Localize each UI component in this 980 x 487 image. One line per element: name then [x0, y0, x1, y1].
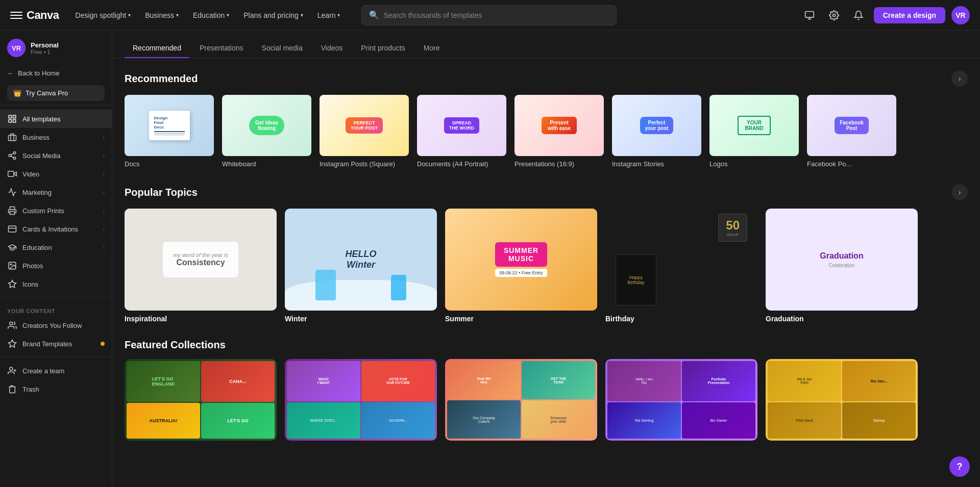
template-thumb-presentations: Presentwith ease — [514, 95, 604, 156]
featured-card-pitch[interactable]: Fib & JocPitch Rio Ster... Pitch Deck St… — [766, 359, 918, 445]
template-label-facebook: Facebook Po... — [807, 160, 896, 168]
chevron-icon: › — [103, 226, 105, 232]
template-thumb-instagram-stories: Perfectyour post — [612, 95, 701, 156]
tab-presentations[interactable]: Presentations — [191, 39, 252, 58]
try-canva-pro-button[interactable]: 👑 Try Canva Pro — [7, 85, 105, 101]
topic-card-winter[interactable]: HELLOWinter Winter — [285, 209, 437, 323]
create-design-button[interactable]: Create a design — [874, 7, 945, 23]
featured-card-portfolio[interactable]: Hello, I amRio PortfolioPresentation Ria… — [605, 359, 757, 445]
social-icon — [7, 150, 17, 161]
back-to-home-button[interactable]: ← Back to Home — [0, 65, 112, 81]
trash-icon — [7, 384, 17, 394]
tab-print-products[interactable]: Print products — [353, 39, 413, 58]
template-card-instagram-stories[interactable]: Perfectyour post Instagram Stories — [612, 95, 701, 168]
svg-point-9 — [13, 152, 16, 155]
sidebar-item-cards-invitations[interactable]: Cards & Invitations › — [0, 220, 112, 238]
template-thumb-instagram-posts: PERFECTYOUR POST — [320, 95, 409, 156]
template-card-docs[interactable]: Design Final Docs Docs — [125, 95, 214, 168]
user-name: Personal — [31, 41, 105, 49]
template-card-documents[interactable]: SPREADTHE WORD Documents (A4 Portrait) — [417, 95, 506, 168]
topic-label-birthday: Birthday — [605, 315, 757, 323]
sidebar-item-photos[interactable]: Photos — [0, 257, 112, 275]
team-icon — [7, 366, 17, 376]
template-thumb-docs: Design Final Docs — [125, 95, 214, 156]
nav-business[interactable]: Business ▾ — [139, 7, 185, 23]
recommended-next-arrow[interactable]: › — [951, 70, 968, 87]
sidebar-item-social-media[interactable]: Social Media › — [0, 146, 112, 165]
search-box: 🔍 — [361, 5, 617, 25]
icons-icon — [7, 279, 17, 289]
svg-rect-6 — [13, 120, 16, 122]
sidebar-item-marketing[interactable]: Marketing › — [0, 183, 112, 201]
featured-thumb-social-issues: WHATI WANT VOTE FOROUR FUTURE WHERE DOES… — [285, 359, 437, 441]
popular-topics-title: Popular Topics — [125, 187, 198, 198]
chevron-icon: › — [103, 171, 105, 177]
svg-rect-7 — [9, 120, 11, 122]
featured-thumb-travel: LET'S GOENGLAND CANA... AUSTRALIA! LET'S… — [125, 359, 277, 441]
template-thumb-logos: YOURBRAND — [709, 95, 799, 156]
sidebar-item-all-templates[interactable]: All templates — [0, 110, 112, 128]
tab-social-media[interactable]: Social media — [254, 39, 311, 58]
nav-education[interactable]: Education ▾ — [187, 7, 235, 23]
tab-videos[interactable]: Videos — [313, 39, 351, 58]
template-card-logos[interactable]: YOURBRAND Logos — [709, 95, 799, 168]
settings-icon[interactable] — [825, 6, 843, 24]
topic-label-inspirational: Inspirational — [125, 315, 277, 323]
notifications-icon[interactable] — [849, 6, 868, 24]
user-info: Personal Free • 1 — [31, 41, 105, 55]
chevron-icon: ▾ — [227, 12, 229, 18]
svg-rect-16 — [10, 212, 15, 215]
template-card-whiteboard[interactable]: Get ideasflowing Whiteboard — [222, 95, 311, 168]
sidebar-item-create-team[interactable]: Create a team — [0, 362, 112, 380]
nav-plans-pricing[interactable]: Plans and pricing ▾ — [237, 7, 309, 23]
topic-card-summer[interactable]: SummerMusic 09.08.22 • Free Entry Summer — [445, 209, 597, 323]
template-label-docs: Docs — [125, 160, 214, 168]
marketing-icon — [7, 187, 17, 197]
topic-card-graduation[interactable]: Graduation Celebration Graduation — [766, 209, 918, 323]
chevron-icon: › — [103, 208, 105, 214]
topic-label-winter: Winter — [285, 315, 437, 323]
featured-card-hiring[interactable]: How WeHire GET THETEAM Our CompanyCultur… — [445, 359, 597, 445]
template-thumb-documents: SPREADTHE WORD — [417, 95, 506, 156]
sidebar-item-trash[interactable]: Trash — [0, 380, 112, 398]
template-label-logos: Logos — [709, 160, 799, 168]
featured-collections-grid: LET'S GOENGLAND CANA... AUSTRALIA! LET'S… — [125, 359, 968, 445]
search-input[interactable] — [383, 11, 609, 19]
nav-design-spotlight[interactable]: Design spotlight ▾ — [69, 7, 137, 23]
canva-logo[interactable]: Canva — [27, 9, 59, 22]
sidebar-item-video[interactable]: Video › — [0, 165, 112, 183]
user-section: VR Personal Free • 1 — [0, 39, 112, 65]
topic-thumb-winter: HELLOWinter — [285, 209, 437, 311]
nav-learn[interactable]: Learn ▾ — [311, 7, 347, 23]
svg-point-22 — [10, 322, 13, 325]
user-avatar[interactable]: VR — [951, 6, 970, 24]
sidebar-item-education[interactable]: Education › — [0, 238, 112, 257]
template-card-presentations[interactable]: Presentwith ease Presentations (16:9) — [514, 95, 604, 168]
sidebar-item-icons[interactable]: Icons — [0, 275, 112, 293]
template-card-facebook[interactable]: FacebookPost Facebook Po... — [807, 95, 896, 168]
featured-card-travel[interactable]: LET'S GOENGLAND CANA... AUSTRALIA! LET'S… — [125, 359, 277, 445]
topic-card-birthday[interactable]: 50 RSVP HappyBirthday Birthday — [605, 209, 757, 323]
template-card-instagram-posts[interactable]: PERFECTYOUR POST Instagram Posts (Square… — [320, 95, 409, 168]
popular-topics-next-arrow[interactable]: › — [951, 184, 968, 200]
topic-card-inspirational[interactable]: my word of the year isConsistency Inspir… — [125, 209, 277, 323]
sidebar-item-brand-templates[interactable]: Brand Templates — [0, 335, 112, 353]
tab-more[interactable]: More — [415, 39, 448, 58]
template-label-documents: Documents (A4 Portrait) — [417, 160, 506, 168]
topic-thumb-inspirational: my word of the year isConsistency — [125, 209, 277, 311]
tab-recommended[interactable]: Recommended — [125, 39, 189, 58]
sidebar-user-avatar[interactable]: VR — [7, 39, 26, 57]
sidebar-item-creators-follow[interactable]: Creators You Follow — [0, 316, 112, 335]
divider — [0, 105, 112, 106]
help-button[interactable]: ? — [949, 456, 970, 477]
template-label-presentations: Presentations (16:9) — [514, 160, 604, 168]
topic-thumb-birthday: 50 RSVP HappyBirthday — [605, 209, 757, 311]
sidebar-item-business[interactable]: Business › — [0, 128, 112, 146]
svg-rect-15 — [8, 171, 14, 177]
card-icon — [7, 224, 17, 234]
featured-card-social-issues[interactable]: WHATI WANT VOTE FOROUR FUTURE WHERE DOES… — [285, 359, 437, 445]
monitor-icon[interactable] — [800, 6, 819, 24]
sidebar-item-custom-prints[interactable]: Custom Prints › — [0, 201, 112, 220]
top-navigation: Canva Design spotlight ▾ Business ▾ Educ… — [0, 0, 980, 31]
hamburger-menu[interactable] — [10, 9, 22, 21]
